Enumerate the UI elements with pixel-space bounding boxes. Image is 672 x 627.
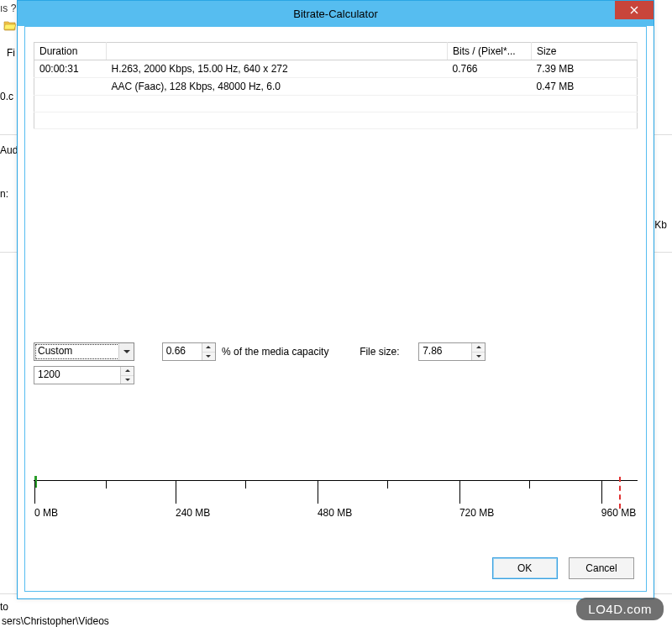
folder-open-icon (3, 18, 17, 32)
ruler-tick (529, 480, 530, 489)
preset-combo[interactable]: Custom (34, 342, 134, 361)
bg-label: 0.c (0, 91, 13, 102)
ruler-label: 480 MB (318, 507, 352, 519)
bg-menu-fragment: ıs ? (0, 3, 16, 14)
spin-down-icon[interactable] (121, 376, 134, 384)
cell-desc: AAC (Faac), 128 Kbps, 48000 Hz, 6.0 (107, 78, 448, 96)
ruler-tick (459, 480, 460, 504)
filesize-spinner[interactable]: 7.86 (418, 342, 486, 361)
col-duration[interactable]: Duration (34, 43, 107, 60)
cell-duration: 00:00:31 (34, 60, 107, 78)
controls-row: Custom 0.66 % of the media capacity File… (34, 342, 638, 384)
capacity-label: % of the media capacity (222, 346, 328, 358)
ruler-tick (601, 480, 602, 504)
cell-duration (34, 78, 107, 96)
bitrate-value: 1200 (34, 367, 64, 382)
cell-size: 7.39 MB (532, 60, 638, 78)
table-row (34, 96, 638, 112)
ruler-label: 960 MB (601, 507, 636, 519)
table-row[interactable]: 00:00:31 H.263, 2000 Kbps, 15.00 Hz, 640… (34, 60, 638, 78)
titlebar[interactable]: Bitrate-Calculator (18, 1, 654, 26)
table-row[interactable]: AAC (Faac), 128 Kbps, 48000 Hz, 6.0 0.47… (34, 78, 638, 96)
bg-path: sers\Christopher\Videos (2, 615, 109, 627)
ruler-tick (245, 480, 246, 489)
capacity-value: 0.66 (163, 343, 189, 358)
cell-bits (448, 78, 532, 96)
ruler-tick (34, 480, 35, 504)
ruler-label: 720 MB (459, 507, 494, 519)
chevron-down-icon[interactable] (118, 343, 134, 360)
ruler-limit-marker (619, 477, 621, 509)
dialog-body: Duration Bits / (Pixel*... Size 00:00:31… (24, 26, 647, 592)
col-bits[interactable]: Bits / (Pixel*... (448, 43, 532, 60)
spin-up-icon[interactable] (202, 343, 215, 353)
close-button[interactable] (615, 1, 654, 19)
filesize-label: File size: (360, 346, 399, 358)
preset-value: Custom (34, 343, 76, 358)
streams-table: Duration Bits / (Pixel*... Size 00:00:31… (34, 42, 638, 129)
filesize-value: 7.86 (419, 343, 445, 358)
ruler-tick (318, 480, 318, 504)
ruler-label: 240 MB (176, 507, 210, 519)
bg-label: n: (0, 188, 8, 200)
ruler-tick (106, 480, 107, 489)
size-ruler[interactable]: 0 MB 240 MB 480 MB 720 MB 960 MB (34, 480, 638, 524)
table-row (34, 112, 638, 129)
cell-size: 0.47 MB (532, 78, 638, 96)
bitrate-spinner[interactable]: 1200 (34, 366, 134, 384)
ok-button[interactable]: OK (492, 557, 558, 579)
capacity-spinner[interactable]: 0.66 (162, 342, 216, 361)
ruler-axis (34, 480, 638, 481)
ruler-tick (387, 480, 388, 489)
close-icon (630, 6, 638, 14)
dialog-title: Bitrate-Calculator (293, 8, 377, 20)
bg-label: Aud (0, 144, 18, 156)
cell-desc: H.263, 2000 Kbps, 15.00 Hz, 640 x 272 (107, 60, 448, 78)
bg-label: to (0, 601, 8, 613)
cancel-button[interactable]: Cancel (569, 557, 634, 579)
bg-label: Kb (654, 219, 667, 231)
ruler-tick (176, 480, 176, 504)
ruler-label: 0 MB (34, 507, 58, 519)
dialog-actions: OK Cancel (484, 557, 634, 579)
col-size[interactable]: Size (532, 43, 638, 60)
col-description[interactable] (107, 43, 448, 60)
spin-down-icon[interactable] (202, 353, 215, 361)
bitrate-calculator-dialog: Bitrate-Calculator Duration Bits / (Pixe… (17, 0, 654, 599)
watermark: LO4D.com (576, 598, 664, 620)
table-header-row: Duration Bits / (Pixel*... Size (34, 43, 638, 60)
cell-bits: 0.766 (448, 60, 532, 78)
spin-up-icon[interactable] (472, 343, 485, 353)
bg-label: Fi (7, 47, 15, 59)
spin-down-icon[interactable] (472, 353, 485, 361)
spin-up-icon[interactable] (121, 367, 134, 376)
